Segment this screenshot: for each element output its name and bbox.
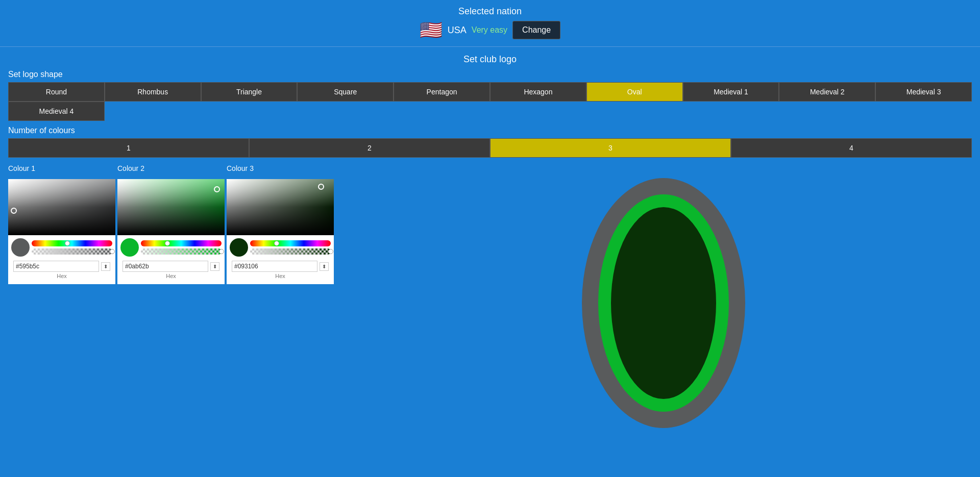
content-layout: Colour 1 Colour 2 Colour 3 — [8, 158, 972, 428]
main-content: Set club logo Set logo shape Round Rhomb… — [0, 50, 980, 432]
hex-input-row-1: ⬍ — [11, 259, 112, 272]
alpha-slider-1[interactable] — [32, 248, 112, 255]
hex-label-1: Hex — [11, 272, 112, 280]
shape-btn-triangle[interactable]: Triangle — [201, 82, 298, 102]
shape-buttons: Round Rhombus Triangle Square Pentagon H… — [8, 82, 972, 121]
alpha-slider-2[interactable] — [141, 248, 222, 255]
nation-row: 🇺🇸 USA Very easy Change — [0, 21, 980, 39]
left-panel: Colour 1 Colour 2 Colour 3 — [8, 158, 355, 428]
picker-handle-1[interactable] — [11, 208, 17, 214]
colour-preview-3 — [230, 238, 248, 257]
hue-handle-1[interactable] — [65, 241, 70, 246]
app-container: Selected nation 🇺🇸 USA Very easy Change … — [0, 0, 980, 432]
shape-btn-medieval4[interactable]: Medieval 4 — [8, 102, 105, 121]
hex-label-2: Hex — [120, 272, 222, 280]
flag-icon: 🇺🇸 — [420, 21, 443, 39]
shape-section: Set logo shape Round Rhombus Triangle Sq… — [8, 70, 972, 121]
hue-sliders-2 — [141, 240, 222, 255]
shape-btn-oval[interactable]: Oval — [586, 82, 683, 102]
colour-labels-row: Colour 1 Colour 2 Colour 3 — [8, 164, 355, 173]
colours-row: ⬍ Hex — [8, 179, 355, 284]
colour-picker-1: ⬍ Hex — [8, 179, 115, 284]
hex-input-row-2: ⬍ — [120, 259, 222, 272]
gradient-overlay-1 — [8, 179, 115, 207]
colour3-label: Colour 3 — [227, 164, 334, 173]
header-divider — [0, 46, 980, 47]
alpha-handle-1[interactable] — [110, 249, 115, 254]
colours-count-label: Number of colours — [8, 126, 972, 135]
hue-row-1 — [11, 238, 112, 257]
count-btn-3[interactable]: 3 — [490, 138, 731, 158]
hex-label-3: Hex — [230, 272, 331, 280]
difficulty-label: Very easy — [472, 26, 507, 35]
colour-controls-3: ⬍ Hex — [227, 235, 334, 280]
hue-slider-3[interactable] — [250, 240, 331, 246]
shape-section-label: Set logo shape — [8, 70, 972, 79]
colour-controls-1: ⬍ Hex — [8, 235, 115, 280]
shape-btn-pentagon[interactable]: Pentagon — [394, 82, 490, 102]
count-btn-2[interactable]: 2 — [249, 138, 490, 158]
colour-preview-1 — [11, 238, 30, 257]
header: Selected nation 🇺🇸 USA Very easy Change — [0, 0, 980, 43]
hue-row-3 — [230, 238, 331, 257]
hue-row-2 — [120, 238, 222, 257]
shape-btn-medieval1[interactable]: Medieval 1 — [683, 82, 779, 102]
colour-picker-2: ⬍ Hex — [117, 179, 225, 284]
colours-count-section: Number of colours 1 2 3 4 — [8, 126, 972, 158]
change-button[interactable]: Change — [512, 21, 560, 39]
right-panel — [355, 158, 972, 428]
shape-btn-square[interactable]: Square — [297, 82, 394, 102]
hex-input-1[interactable] — [13, 261, 99, 272]
gradient-overlay-3 — [227, 179, 334, 207]
hex-input-row-3: ⬍ — [230, 259, 331, 272]
colour-picker-3: ⬍ Hex — [227, 179, 334, 284]
nation-name: USA — [448, 25, 467, 36]
hue-slider-1[interactable] — [32, 240, 112, 246]
gradient-box-2[interactable] — [117, 179, 225, 235]
oval-inner — [611, 207, 716, 399]
colour-controls-2: ⬍ Hex — [117, 235, 225, 280]
gradient-box-1[interactable] — [8, 179, 115, 235]
hue-handle-3[interactable] — [274, 241, 279, 246]
colour2-label: Colour 2 — [117, 164, 225, 173]
alpha-slider-3[interactable] — [250, 248, 331, 255]
oval-preview — [582, 178, 745, 428]
hex-spinner-1[interactable]: ⬍ — [101, 262, 110, 271]
shape-btn-hexagon[interactable]: Hexagon — [490, 82, 586, 102]
count-btn-4[interactable]: 4 — [731, 138, 972, 158]
shape-btn-rhombus[interactable]: Rhombus — [105, 82, 201, 102]
hue-sliders-1 — [32, 240, 112, 255]
gradient-box-3[interactable] — [227, 179, 334, 235]
shape-btn-medieval2[interactable]: Medieval 2 — [779, 82, 875, 102]
hex-spinner-3[interactable]: ⬍ — [320, 262, 329, 271]
selected-nation-title: Selected nation — [0, 6, 980, 17]
hex-spinner-2[interactable]: ⬍ — [210, 262, 219, 271]
count-btn-1[interactable]: 1 — [8, 138, 249, 158]
hue-slider-2[interactable] — [141, 240, 222, 246]
alpha-handle-2[interactable] — [219, 249, 224, 254]
hue-handle-2[interactable] — [165, 241, 170, 246]
picker-handle-2[interactable] — [214, 186, 220, 192]
alpha-handle-3[interactable] — [328, 249, 333, 254]
hex-input-2[interactable] — [122, 261, 208, 272]
shape-btn-medieval3[interactable]: Medieval 3 — [875, 82, 972, 102]
gradient-overlay-2 — [117, 179, 225, 207]
shape-btn-round[interactable]: Round — [8, 82, 105, 102]
hex-input-3[interactable] — [232, 261, 317, 272]
colour-count-buttons: 1 2 3 4 — [8, 138, 972, 158]
picker-handle-3[interactable] — [318, 184, 324, 190]
hue-sliders-3 — [250, 240, 331, 255]
colour-preview-2 — [120, 238, 139, 257]
colour1-label: Colour 1 — [8, 164, 115, 173]
main-title: Set club logo — [8, 54, 972, 65]
